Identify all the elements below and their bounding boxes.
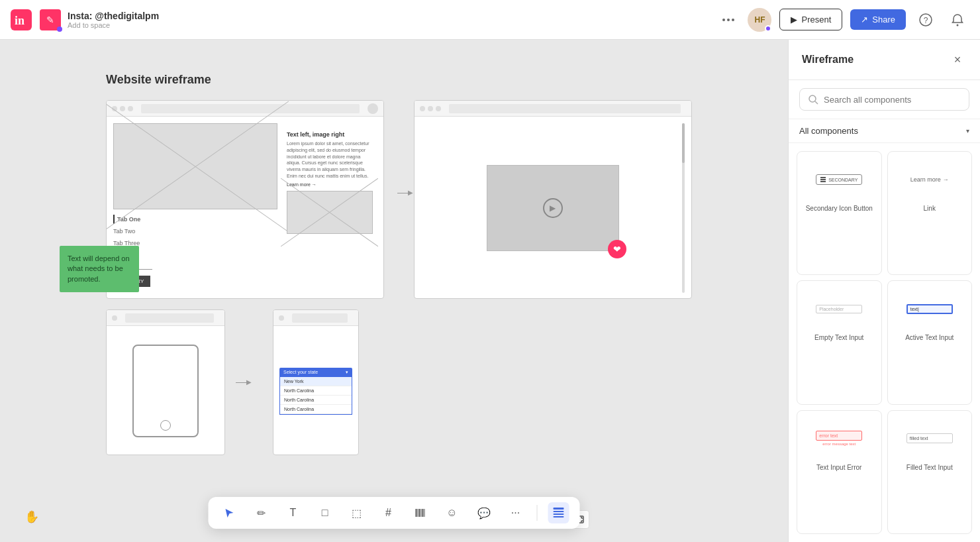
frame1-header [107,101,383,117]
link-preview: Learn more → [910,176,949,183]
svg-rect-12 [554,511,564,512]
frame4-item1[interactable]: New York [280,377,352,386]
heart-badge[interactable]: ❤ [608,240,626,258]
link-text: Learn more [910,176,941,183]
frame4-item4[interactable]: North Carolina [280,405,352,414]
svg-line-17 [815,101,818,104]
frame1-main-image [113,123,277,209]
search-input[interactable] [824,95,961,105]
component-preview-empty-input: Placeholder [805,289,873,329]
share-button[interactable]: ↗ Share [850,9,906,30]
wireframe-grid: Tab One Tab Two Tab Three Tab Four Tab F… [106,100,692,455]
emoji-tool[interactable]: ☺ [442,502,463,523]
frame2-dot3 [436,106,441,111]
wireframe-area: Website wireframe [106,73,692,455]
error-input-label: Text Input Error [816,464,861,471]
frame2-header [415,101,691,117]
barcode-tool[interactable] [410,502,431,523]
svg-rect-8 [421,509,422,517]
topbar-right: HF ▶ Present ↗ Share ? [717,8,969,32]
empty-input-label: Empty Text Input [814,334,863,341]
component-error-input[interactable]: error text error message text Text Input… [797,410,882,534]
project-info-group: ✎ Insta: @thedigitalpm Add to space [40,9,159,30]
invision-logo[interactable]: in [11,9,32,30]
frame2-container: ▶ ❤ [414,100,692,299]
frame4-item2[interactable]: North Carolina [280,386,352,396]
component-link[interactable]: Learn more → Link [887,151,973,275]
frame1-container: Tab One Tab Two Tab Three Tab Four Tab F… [106,100,384,299]
frame4-body: Select your state ▾ New York North Carol… [273,326,358,455]
search-icon [808,94,818,105]
panel-close-button[interactable]: × [948,50,967,69]
grid-tool[interactable]: # [378,502,399,523]
frame1-right: Text left, image right Lorem ipsum dolor… [284,123,377,293]
play-button[interactable]: ▶ [543,198,563,218]
frame4-chevron-icon: ▾ [346,370,348,375]
help-button[interactable]: ? [914,8,938,32]
frame4-dropdown-label: Select your state [283,370,318,375]
panel-filter[interactable]: All components ▾ [789,119,980,143]
tablet-home-btn[interactable] [160,420,171,431]
frame1-dot2 [120,106,125,111]
chevron-down-icon: ▾ [966,127,969,135]
pen-tool[interactable]: ✏ [251,502,272,523]
error-input-preview: error text [816,431,862,441]
sticky-note: Text will depend on what needs to be pro… [60,246,139,292]
frame4-item3[interactable]: North Carolina [280,396,352,405]
panel-search-area [789,80,980,119]
frame2-scrollbar[interactable] [682,123,685,293]
project-info: Insta: @thedigitalpm Add to space [68,11,159,29]
share-label: Share [872,15,895,25]
component-preview-error-input: error text error message text [805,419,873,459]
secondary-icon-btn-preview: SECONDARY [816,174,862,185]
present-label: Present [801,15,831,25]
arrow1: ▶ [397,193,411,193]
svg-rect-9 [422,509,424,517]
link-arrow-icon: → [943,176,949,183]
notifications-button[interactable] [946,8,969,32]
frame2-body: ▶ ❤ [415,117,691,299]
svg-rect-6 [418,509,418,517]
rect-tool[interactable]: □ [315,502,336,523]
tab-one[interactable]: Tab One [113,215,277,224]
frame2-video: ▶ ❤ [487,165,619,251]
filled-input-preview: filled text [906,433,953,443]
svg-text:in: in [15,14,24,27]
text-tool[interactable]: T [283,502,304,523]
component-active-input[interactable]: text| Active Text Input [887,280,973,404]
frame4-dropdown[interactable]: Select your state ▾ New York North Carol… [279,368,352,415]
frame4-dropdown-items: New York North Carolina North Carolina N… [279,377,352,415]
frame4-dot [279,315,284,321]
present-button[interactable]: ▶ Present [779,9,842,30]
panel-header: Wireframe × [789,40,980,80]
svg-rect-14 [554,516,564,517]
share-icon: ↗ [861,15,868,25]
project-name: Insta: @thedigitalpm [68,11,159,21]
link-label: Link [924,205,936,212]
frame1-url [141,104,360,113]
svg-point-4 [957,24,959,26]
filled-input-label: Filled Text Input [906,464,953,471]
frame3 [106,309,225,455]
frame1-icon [368,103,378,114]
rounded-rect-tool[interactable]: ⬚ [346,502,368,523]
select-tool[interactable] [219,502,240,523]
component-filled-input[interactable]: filled text Filled Text Input [887,410,973,534]
dot2 [727,19,730,21]
project-sub[interactable]: Add to space [68,21,159,29]
more-options-button[interactable] [717,15,740,25]
svg-rect-5 [416,509,417,517]
present-icon: ▶ [791,15,797,25]
hand-tool[interactable]: ✋ [20,505,44,529]
wireframe-tool[interactable] [548,502,569,523]
component-secondary-icon-btn[interactable]: SECONDARY Secondary Icon Button [797,151,882,275]
avatar[interactable]: HF [748,8,771,32]
canvas[interactable]: Website wireframe [0,40,788,542]
tab-two[interactable]: Tab Two [113,227,277,236]
more-tools[interactable]: ··· [505,502,526,523]
frame1-learn-more[interactable]: Learn more → [287,182,374,187]
frame4: Select your state ▾ New York North Carol… [273,309,359,455]
comment-tool[interactable]: 💬 [473,502,495,523]
frame1-right-image [287,191,373,234]
component-empty-input[interactable]: Placeholder Empty Text Input [797,280,882,404]
